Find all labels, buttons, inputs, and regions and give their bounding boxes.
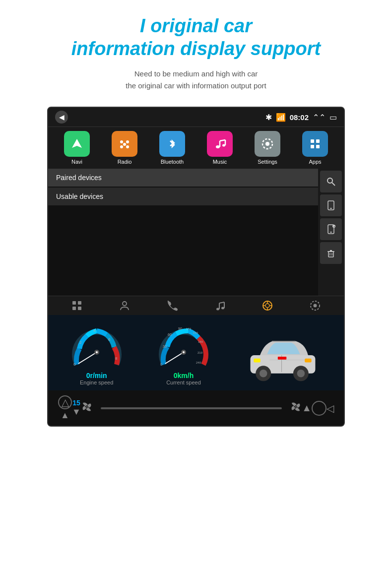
svg-text:0: 0 [160,363,162,366]
vol-up-filled[interactable]: ▲ [61,410,69,421]
svg-rect-73 [254,359,261,363]
bottom-nav [48,296,344,315]
svg-text:210: 210 [197,351,203,354]
music-app-icon [207,131,233,157]
progress-bar[interactable] [101,407,282,409]
right-panel: ✦ [318,169,344,296]
clock: 08:02 [290,113,309,122]
back-nav-button[interactable]: ◁ [327,402,334,414]
title-line1: I original car [140,15,252,36]
volume-number: 15 [72,399,80,407]
app-item-settings[interactable]: Settings [255,131,280,165]
svg-point-2 [126,140,129,143]
svg-text:8: 8 [115,356,118,361]
apps-label: Apps [309,159,321,165]
svg-point-67 [183,351,185,353]
device-frame: ◀ ✱ 📶 08:02 ⌃⌃ ▭ Navi [47,107,345,427]
subtitle-line2: the original car with information output… [126,81,266,90]
subtitle-line1: Need to be medium and high with car [134,69,258,78]
current-speed-value: 0km/h [174,372,194,380]
svg-line-9 [220,140,225,141]
svg-point-17 [327,178,332,183]
svg-text:60: 60 [168,333,172,336]
app-bar: Navi Radio Bluetooth [48,127,344,169]
svg-point-81 [295,406,297,408]
engine-speed-value: 0r/min [86,372,107,380]
app-item-bluetooth[interactable]: Bluetooth [159,131,185,165]
svg-text:180: 180 [198,340,203,343]
svg-rect-30 [72,301,76,305]
phone-settings-button[interactable]: ✦ [320,218,342,240]
app-item-apps[interactable]: Apps [302,131,328,165]
svg-line-38 [219,302,224,303]
page-subtitle: Need to be medium and high with car the … [126,68,266,92]
app-item-music[interactable]: Music [207,131,233,165]
svg-rect-14 [316,139,320,143]
music-label: Music [213,159,227,165]
nav-contact[interactable] [119,300,130,311]
paired-devices-item[interactable]: Paired devices [48,169,318,187]
left-panel: Paired devices Usable devices [48,169,318,296]
svg-text:240: 240 [196,361,201,364]
bluetooth-app-icon [159,131,185,157]
car-info-section: 0 2 4 6 8 0r/min Engine speed [48,315,344,390]
engine-speed-gauge: 0 2 4 6 8 0r/min Engine speed [69,325,124,385]
usable-devices-item[interactable]: Usable devices [48,188,318,205]
vol-up-outline[interactable]: △ [58,395,72,409]
nav-music[interactable] [214,300,225,311]
svg-rect-15 [311,145,314,148]
back-button[interactable]: ◀ [55,111,68,124]
apps-app-icon [302,131,328,157]
home-button[interactable] [312,401,327,416]
svg-text:150: 150 [193,331,198,334]
signal-icon: 📶 [276,113,286,122]
engine-speed-label: Engine speed [80,380,113,385]
title-line2: information display support [71,38,321,59]
search-button[interactable] [320,171,342,192]
svg-rect-78 [278,357,286,360]
nav-link[interactable] [262,300,273,311]
nav-phone[interactable] [167,300,178,311]
svg-point-3 [120,145,123,148]
svg-line-65 [165,352,184,364]
svg-text:6: 6 [108,337,111,342]
svg-point-5 [123,143,126,146]
app-item-radio[interactable]: Radio [112,131,137,165]
svg-text:2: 2 [79,340,82,345]
bottom-controls: △ ▲ 15 ▼ [48,390,344,426]
nav-up-button[interactable]: ▲ [302,402,312,414]
status-bar: ◀ ✱ 📶 08:02 ⌃⌃ ▭ [48,108,344,127]
svg-rect-16 [316,145,320,148]
svg-point-55 [96,351,98,353]
bluetooth-label: Bluetooth [161,159,184,165]
svg-point-46 [314,304,317,308]
delete-button[interactable] [320,242,342,264]
svg-line-18 [332,183,335,186]
vol-down-filled[interactable]: ▼ [72,407,81,417]
status-right: ✱ 📶 08:02 ⌃⌃ ▭ [265,113,337,122]
svg-rect-25 [328,252,333,257]
phone-button[interactable] [320,194,342,216]
fan-left-icon [81,401,93,416]
svg-rect-13 [311,139,314,143]
svg-point-1 [120,140,123,143]
radio-label: Radio [118,159,132,165]
svg-rect-31 [78,301,81,305]
svg-text:4: 4 [93,328,96,333]
car-image [243,328,323,382]
svg-point-11 [265,142,269,146]
page-title: I original car information display suppo… [71,15,321,60]
app-item-navi[interactable]: Navi [64,131,90,165]
fan-right-icon [290,401,302,416]
svg-line-53 [78,352,97,364]
svg-text:30: 30 [163,345,167,348]
settings-app-icon [255,131,280,157]
navi-icon [64,131,90,157]
current-speed-label: Current speed [166,380,201,385]
svg-point-70 [260,370,267,378]
nav-settings[interactable] [310,300,321,311]
nav-grid[interactable] [71,300,82,311]
empty-device-area [48,206,318,296]
svg-point-41 [265,304,269,308]
svg-rect-74 [305,359,312,363]
